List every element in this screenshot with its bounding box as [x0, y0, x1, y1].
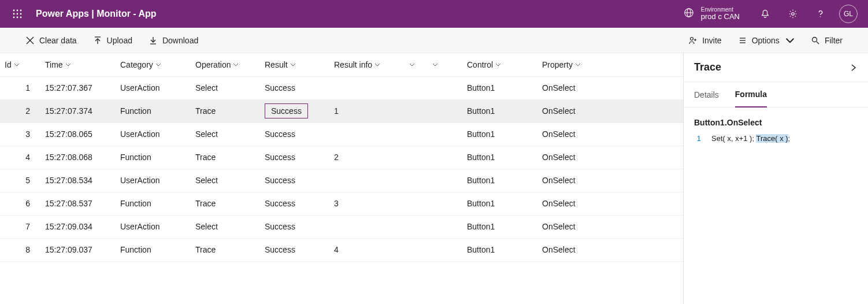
tab-formula[interactable]: Formula — [735, 82, 767, 107]
download-button[interactable]: Download — [140, 28, 206, 53]
col-property[interactable]: Property — [537, 53, 683, 76]
invite-label: Invite — [702, 36, 721, 45]
svg-line-27 — [817, 42, 819, 44]
svg-point-7 — [17, 17, 18, 18]
col-operation[interactable]: Operation — [191, 53, 260, 76]
download-label: Download — [162, 36, 198, 45]
table-row[interactable]: 815:27:09.037FunctionTraceSuccess4Button… — [0, 238, 683, 261]
filter-button[interactable]: Filter — [803, 28, 851, 53]
environment-picker[interactable]: Environment prod c CAN — [684, 6, 740, 21]
filter-label: Filter — [825, 36, 843, 45]
svg-point-1 — [17, 10, 18, 12]
chevron-down-icon — [155, 62, 161, 68]
svg-point-13 — [820, 16, 821, 17]
svg-point-3 — [13, 13, 15, 15]
chevron-down-icon — [785, 36, 795, 45]
chevron-down-icon — [233, 62, 239, 68]
tab-details[interactable]: Details — [694, 82, 719, 107]
formula-code: 1 Set( x, x+1 ); Trace( x ); — [694, 134, 858, 143]
chevron-down-icon — [290, 62, 296, 68]
table-row[interactable]: 615:27:08.537FunctionTraceSuccess3Button… — [0, 192, 683, 215]
list-icon — [738, 36, 747, 45]
help-icon — [815, 9, 826, 19]
chevron-down-icon — [374, 62, 380, 68]
svg-point-6 — [13, 17, 15, 18]
notifications-button[interactable] — [751, 0, 779, 28]
user-avatar[interactable]: GL — [839, 5, 858, 23]
app-header: Power Apps | Monitor - App Environment p… — [0, 0, 868, 28]
waffle-icon — [13, 9, 22, 18]
col-category[interactable]: Category — [116, 53, 191, 76]
chevron-down-icon — [575, 62, 581, 68]
line-number: 1 — [694, 134, 701, 143]
formula-location: Button1.OnSelect — [694, 118, 858, 127]
upload-button[interactable]: Upload — [85, 28, 140, 53]
panel-title: Trace — [694, 61, 721, 73]
download-icon — [149, 36, 158, 45]
col-result[interactable]: Result — [260, 53, 329, 76]
chevron-down-icon — [409, 62, 415, 68]
svg-point-26 — [812, 37, 817, 42]
svg-point-2 — [20, 10, 22, 12]
bell-icon — [760, 9, 770, 19]
settings-button[interactable] — [779, 0, 807, 28]
col-extra2[interactable] — [428, 53, 462, 76]
col-resultinfo[interactable]: Result info — [329, 53, 405, 76]
svg-point-12 — [792, 13, 795, 16]
chevron-down-icon — [65, 62, 71, 68]
help-button[interactable] — [807, 0, 834, 28]
table-row[interactable]: 215:27:07.374FunctionTraceSuccess1Button… — [0, 99, 683, 123]
app-launcher-button[interactable] — [6, 9, 29, 18]
clear-data-label: Clear data — [39, 36, 77, 45]
table-row[interactable]: 715:27:09.034UserActionSelectSuccessButt… — [0, 215, 683, 238]
col-extra1[interactable] — [405, 53, 428, 76]
svg-point-5 — [20, 13, 22, 15]
invite-icon — [688, 36, 698, 45]
chevron-down-icon — [432, 62, 438, 68]
table-row[interactable]: 315:27:08.065UserActionSelectSuccessButt… — [0, 123, 683, 146]
details-panel: Trace Details Formula Button1.OnSelect 1… — [683, 53, 868, 304]
chevron-down-icon — [495, 62, 501, 68]
command-bar: Clear data Upload Download Invite Option… — [0, 28, 868, 53]
environment-label: Environment — [701, 6, 740, 13]
environment-name: prod c CAN — [701, 13, 740, 21]
svg-point-4 — [17, 13, 18, 15]
options-label: Options — [752, 36, 780, 45]
gear-icon — [788, 9, 798, 19]
upload-icon — [93, 36, 102, 45]
clear-data-button[interactable]: Clear data — [17, 28, 85, 53]
globe-icon — [684, 8, 694, 20]
table-row[interactable]: 415:27:08.068FunctionTraceSuccess2Button… — [0, 146, 683, 169]
app-title: Power Apps | Monitor - App — [36, 9, 157, 19]
svg-point-0 — [13, 10, 15, 12]
svg-point-8 — [20, 17, 22, 18]
close-icon — [25, 36, 35, 45]
search-icon — [811, 36, 820, 45]
column-header-row: Id Time Category Operation Result Result… — [0, 53, 683, 76]
table-row[interactable]: 515:27:08.534UserActionSelectSuccessButt… — [0, 169, 683, 192]
col-id[interactable]: Id — [0, 53, 40, 76]
events-grid: Id Time Category Operation Result Result… — [0, 53, 683, 304]
chevron-right-icon[interactable] — [850, 64, 858, 72]
upload-label: Upload — [107, 36, 132, 45]
svg-point-20 — [691, 37, 693, 40]
col-time[interactable]: Time — [40, 53, 116, 76]
highlighted-trace-call: Trace( x ) — [756, 134, 788, 143]
col-control[interactable]: Control — [462, 53, 537, 76]
options-button[interactable]: Options — [730, 28, 803, 53]
invite-button[interactable]: Invite — [680, 28, 729, 53]
table-row[interactable]: 115:27:07.367UserActionSelectSuccessButt… — [0, 76, 683, 99]
chevron-down-icon — [14, 62, 20, 68]
